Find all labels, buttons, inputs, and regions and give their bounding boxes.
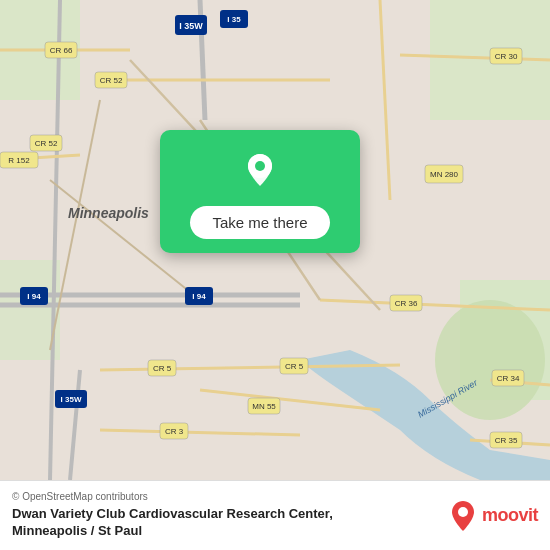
svg-point-67 xyxy=(458,507,468,517)
svg-text:I 35W: I 35W xyxy=(61,395,82,404)
moovit-logo: moovit xyxy=(449,499,538,533)
svg-text:CR 35: CR 35 xyxy=(495,436,518,445)
svg-text:MN 55: MN 55 xyxy=(252,402,276,411)
svg-text:I 94: I 94 xyxy=(27,292,41,301)
svg-text:CR 52: CR 52 xyxy=(100,76,123,85)
copyright-text: © OpenStreetMap contributors xyxy=(12,491,449,502)
location-card: Take me there xyxy=(160,130,360,253)
svg-text:Minneapolis: Minneapolis xyxy=(68,205,149,221)
svg-text:CR 5: CR 5 xyxy=(153,364,172,373)
svg-text:R 152: R 152 xyxy=(8,156,30,165)
svg-text:CR 36: CR 36 xyxy=(395,299,418,308)
svg-text:I 35: I 35 xyxy=(227,15,241,24)
bottom-left-info: © OpenStreetMap contributors Dwan Variet… xyxy=(12,491,449,540)
bottom-bar: © OpenStreetMap contributors Dwan Variet… xyxy=(0,480,550,550)
moovit-wordmark: moovit xyxy=(482,505,538,526)
svg-text:CR 66: CR 66 xyxy=(50,46,73,55)
svg-text:CR 52: CR 52 xyxy=(35,139,58,148)
svg-text:CR 3: CR 3 xyxy=(165,427,184,436)
svg-text:CR 5: CR 5 xyxy=(285,362,304,371)
svg-text:I 94: I 94 xyxy=(192,292,206,301)
map-pin-icon xyxy=(238,148,282,196)
svg-point-66 xyxy=(255,161,265,171)
map-container: I 35W CR 66 CR 52 I 35 CR 52 MN 280 R 15… xyxy=(0,0,550,480)
take-me-there-button[interactable]: Take me there xyxy=(190,206,329,239)
svg-text:CR 30: CR 30 xyxy=(495,52,518,61)
svg-text:MN 280: MN 280 xyxy=(430,170,459,179)
svg-text:I 35W: I 35W xyxy=(179,21,203,31)
svg-text:CR 34: CR 34 xyxy=(497,374,520,383)
location-name: Dwan Variety Club Cardiovascular Researc… xyxy=(12,506,449,540)
